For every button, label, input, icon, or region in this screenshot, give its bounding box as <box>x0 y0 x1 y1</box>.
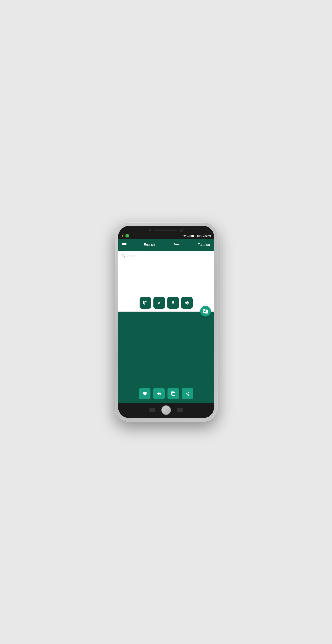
app-header: English Tagalog <box>118 239 214 251</box>
phone-screen: ⚡ ○ <box>118 226 214 418</box>
app-notification-icon: ○ <box>126 234 129 238</box>
share-button[interactable] <box>182 388 193 400</box>
menu-button[interactable] <box>122 243 127 246</box>
status-left: ⚡ ○ <box>121 234 129 238</box>
input-actions-bar <box>118 294 214 312</box>
svg-rect-1 <box>145 301 146 302</box>
copy-output-button[interactable] <box>167 388 179 400</box>
battery-percent: 92% <box>197 235 201 237</box>
back-button[interactable] <box>150 408 156 412</box>
signal-icon <box>187 235 190 237</box>
input-placeholder: Type here... <box>118 251 214 261</box>
speaker-dot-left <box>149 229 151 231</box>
speaker-grille <box>154 230 177 231</box>
speaker-input-button[interactable] <box>181 297 193 308</box>
source-language[interactable]: English <box>144 243 155 247</box>
output-area <box>118 312 214 385</box>
output-actions-bar <box>118 385 214 403</box>
bottom-bezel <box>118 403 214 418</box>
app-screen: English Tagalog Type here... <box>118 239 214 403</box>
front-camera <box>180 229 183 232</box>
top-bezel <box>118 226 214 234</box>
google-translate-button[interactable] <box>200 306 211 316</box>
clipboard-button[interactable] <box>140 297 151 308</box>
usb-icon: ⚡ <box>121 234 124 237</box>
status-bar: ⚡ ○ <box>118 234 214 239</box>
svg-point-0 <box>184 237 184 237</box>
home-button[interactable] <box>161 405 171 415</box>
microphone-button[interactable] <box>167 297 179 308</box>
swap-languages-button[interactable] <box>172 242 181 248</box>
status-right: ⚡ 92% 1:31 PM <box>183 235 211 237</box>
time-display: 1:31 PM <box>202 235 211 237</box>
recents-button[interactable] <box>177 408 183 412</box>
target-language[interactable]: Tagalog <box>198 243 210 247</box>
input-area[interactable]: Type here... <box>118 251 214 294</box>
wifi-icon <box>183 235 186 237</box>
favorite-button[interactable] <box>139 388 151 400</box>
phone-frame: ⚡ ○ <box>115 222 218 422</box>
battery-icon: ⚡ <box>191 235 196 237</box>
speaker-output-button[interactable] <box>153 388 165 400</box>
clear-button[interactable] <box>154 297 165 308</box>
